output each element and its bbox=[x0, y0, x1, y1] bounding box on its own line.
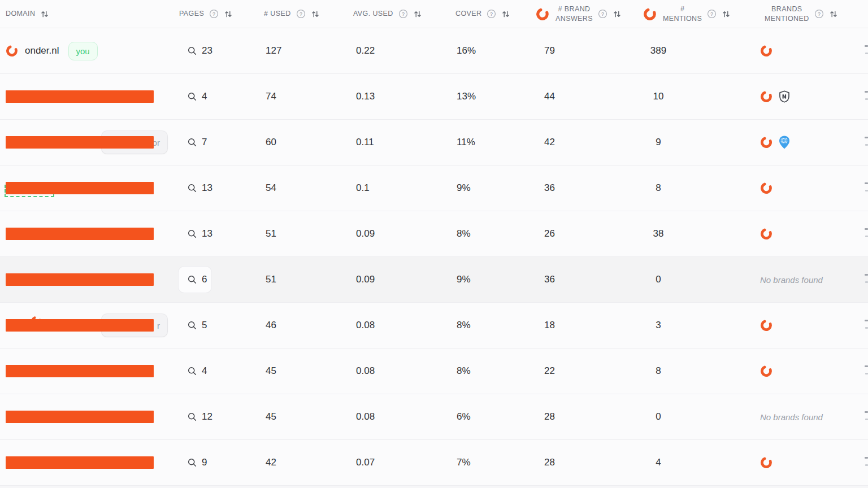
brands-mentioned-cell: No brands found bbox=[760, 394, 823, 439]
avg-used-value: 0.11 bbox=[356, 120, 374, 165]
cutoff-column-fragment bbox=[863, 394, 868, 439]
cutoff-column-fragment bbox=[863, 165, 868, 211]
used-value: 60 bbox=[266, 120, 276, 165]
table-row[interactable]: r5460.088%183 bbox=[0, 303, 868, 348]
onder-brand-icon[interactable] bbox=[760, 90, 772, 103]
pages-cell[interactable]: 13 bbox=[187, 165, 212, 211]
brand-answers-value: 42 bbox=[515, 120, 555, 165]
domain-link[interactable]: onder.nl bbox=[25, 45, 59, 56]
table-row[interactable]: 13540.19%368 bbox=[0, 165, 868, 211]
svg-text:?: ? bbox=[818, 11, 821, 17]
onder-brand-icon[interactable] bbox=[760, 136, 772, 149]
cover-value: 7% bbox=[457, 440, 471, 485]
table-row[interactable]: 12450.086%280No brands found bbox=[0, 394, 868, 440]
search-icon bbox=[187, 46, 197, 56]
sort-icon[interactable] bbox=[413, 10, 422, 19]
brands-mentioned-cell bbox=[760, 120, 791, 165]
sort-icon[interactable] bbox=[224, 10, 233, 19]
help-icon[interactable]: ? bbox=[598, 9, 607, 19]
sort-icon[interactable] bbox=[40, 10, 49, 19]
help-icon[interactable]: ? bbox=[487, 9, 496, 19]
redaction-bar bbox=[6, 90, 154, 103]
pages-cell[interactable]: 12 bbox=[187, 394, 212, 439]
column-label-line: # USED bbox=[264, 9, 291, 18]
pages-value: 4 bbox=[202, 365, 207, 377]
column-label-brand_answers: # BRANDANSWERS bbox=[555, 5, 593, 23]
used-value: 51 bbox=[266, 257, 276, 302]
onder-brand-icon[interactable] bbox=[760, 365, 772, 377]
onder-brand-icon[interactable] bbox=[760, 182, 772, 194]
mentions-value: 0 bbox=[641, 394, 675, 439]
onder-brand-icon[interactable] bbox=[760, 45, 772, 57]
svg-text:?: ? bbox=[490, 11, 493, 17]
sort-icon[interactable] bbox=[311, 10, 320, 19]
column-label-used: # USED bbox=[264, 9, 291, 18]
sort-icon[interactable] bbox=[613, 10, 622, 19]
table-row[interactable]: 4450.088%228 bbox=[0, 348, 868, 394]
pages-cell[interactable]: 6 bbox=[187, 257, 207, 302]
help-icon[interactable]: ? bbox=[398, 9, 408, 19]
table-row[interactable]: 9420.077%284 bbox=[0, 440, 868, 486]
pages-cell[interactable]: 9 bbox=[187, 440, 207, 485]
column-label-line: BRANDS bbox=[771, 5, 802, 14]
brands-mentioned-cell bbox=[760, 348, 772, 394]
cover-value: 11% bbox=[457, 120, 475, 165]
no-brands-found-text: No brands found bbox=[760, 275, 823, 285]
column-header-mentions: #MENTIONS? bbox=[643, 0, 731, 28]
table-row[interactable]: or7600.1111%429 bbox=[0, 120, 868, 165]
used-value: 74 bbox=[266, 74, 276, 119]
used-value: 51 bbox=[266, 211, 276, 256]
svg-text:?: ? bbox=[402, 11, 405, 17]
used-value: 54 bbox=[266, 165, 276, 211]
pages-cell[interactable]: 4 bbox=[187, 74, 207, 119]
column-label-mentions: #MENTIONS bbox=[663, 5, 702, 23]
pages-cell[interactable]: 7 bbox=[187, 120, 207, 165]
cutoff-column-fragment bbox=[863, 74, 868, 119]
redaction-bar bbox=[6, 228, 154, 240]
help-icon[interactable]: ? bbox=[209, 9, 219, 19]
sort-icon[interactable] bbox=[501, 10, 510, 19]
brands-mentioned-cell bbox=[760, 440, 772, 485]
column-label-line: PAGES bbox=[179, 9, 204, 18]
mentions-value: 0 bbox=[641, 257, 675, 302]
table-row[interactable]: 6510.099%360No brands found bbox=[0, 257, 868, 303]
pages-cell[interactable]: 4 bbox=[187, 348, 207, 394]
help-icon[interactable]: ? bbox=[814, 9, 824, 19]
brands-mentioned-cell bbox=[760, 303, 772, 348]
pages-cell[interactable]: 5 bbox=[187, 303, 207, 348]
column-label-line: AVG. USED bbox=[353, 9, 393, 18]
table-row[interactable]: 13510.098%2638 bbox=[0, 211, 868, 257]
used-value: 127 bbox=[266, 28, 281, 73]
column-header-pages: PAGES? bbox=[179, 0, 233, 28]
shield-n-brand-icon[interactable] bbox=[778, 90, 791, 103]
cutoff-column-fragment bbox=[863, 28, 868, 73]
onder-brand-icon[interactable] bbox=[760, 319, 772, 332]
mentions-value: 8 bbox=[641, 165, 675, 211]
help-icon[interactable]: ? bbox=[707, 9, 717, 19]
domain-cell: onder.nlyou bbox=[6, 28, 98, 73]
onder-brand-icon[interactable] bbox=[760, 228, 772, 240]
pages-value: 5 bbox=[202, 320, 207, 331]
table-row[interactable]: onder.nlyou231270.2216%79389 bbox=[0, 28, 868, 74]
redaction-bar bbox=[6, 456, 154, 469]
brand-answers-value: 22 bbox=[515, 348, 555, 394]
sort-icon[interactable] bbox=[829, 10, 838, 19]
no-brands-found-text: No brands found bbox=[760, 412, 823, 422]
cover-value: 8% bbox=[457, 211, 471, 256]
search-icon bbox=[187, 137, 197, 147]
table-header: DOMAINPAGES?# USED?AVG. USED?COVER?# BRA… bbox=[0, 0, 868, 28]
help-icon[interactable]: ? bbox=[296, 9, 306, 19]
sort-icon[interactable] bbox=[722, 10, 731, 19]
avg-used-value: 0.08 bbox=[356, 348, 375, 394]
redaction-bar bbox=[6, 182, 154, 194]
pages-cell[interactable]: 13 bbox=[187, 211, 212, 256]
onder-brand-icon[interactable] bbox=[760, 456, 772, 469]
onder-favicon-icon bbox=[6, 45, 18, 57]
column-header-brand_answers: # BRANDANSWERS? bbox=[536, 0, 622, 28]
pages-cell[interactable]: 23 bbox=[187, 28, 212, 73]
map-pin-brand-icon[interactable] bbox=[778, 135, 791, 150]
brands-mentioned-cell bbox=[760, 28, 772, 73]
redaction-bar bbox=[6, 319, 154, 332]
table-row[interactable]: 4740.1313%4410 bbox=[0, 74, 868, 120]
column-label-line: # bbox=[680, 5, 684, 14]
